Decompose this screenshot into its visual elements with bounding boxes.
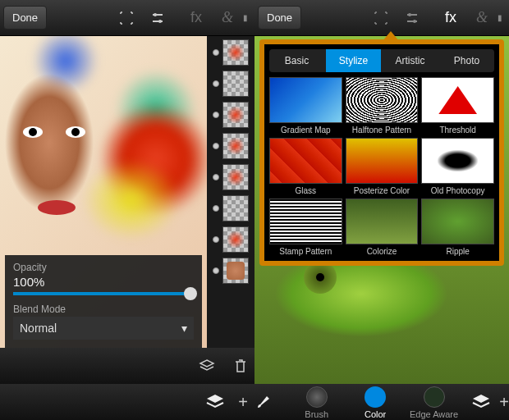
layers-icon[interactable]	[199, 358, 215, 373]
top-toolbar: Done fx & ▮	[0, 0, 254, 36]
slider-thumb[interactable]	[184, 287, 197, 300]
chevron-down-icon: ▾	[181, 322, 187, 335]
trash-icon[interactable]	[233, 358, 248, 374]
blend-mode-select[interactable]: Normal ▾	[13, 317, 194, 340]
adjustments-icon[interactable]	[149, 10, 181, 26]
layer-properties-panel: Opacity 100% Blend Mode Normal ▾	[5, 255, 202, 348]
battery-icon: ▮	[243, 13, 248, 22]
popup-arrow	[383, 31, 399, 41]
layer-item[interactable]	[213, 71, 249, 97]
opacity-value: 100%	[13, 275, 194, 289]
fx-tab-bar: Basic Stylize Artistic Photo	[269, 49, 494, 72]
layer-item[interactable]	[213, 258, 249, 284]
fx-stamp[interactable]: Stamp Pattern	[269, 199, 342, 256]
text-icon[interactable]: &	[212, 9, 243, 26]
battery-icon: ▮	[498, 13, 502, 22]
fx-ripple[interactable]: Ripple	[421, 199, 494, 256]
bottom-toolbar: Brush Color Edge Aware +	[254, 384, 509, 420]
layer-actions-bar	[0, 348, 254, 384]
layers-panel	[207, 36, 254, 348]
layer-item[interactable]	[213, 164, 249, 190]
add-layer-icon[interactable]: +	[238, 393, 248, 412]
layer-item[interactable]	[213, 226, 249, 253]
fx-halftone[interactable]: Halftone Pattern	[346, 77, 419, 135]
selection-icon[interactable]	[373, 10, 404, 26]
add-layer-icon[interactable]: +	[499, 393, 509, 412]
adjustments-icon[interactable]	[404, 10, 435, 26]
brush-mode-brush[interactable]: Brush	[287, 385, 346, 419]
fx-colorize[interactable]: Colorize	[346, 199, 419, 256]
layer-item[interactable]	[213, 39, 249, 66]
layers-toggle-icon[interactable]	[471, 393, 491, 411]
fx-grid: Gradient Map Halftone Pattern Threshold …	[269, 77, 494, 256]
fx-posterize[interactable]: Posterize Color	[346, 138, 419, 195]
blend-mode-value: Normal	[20, 322, 57, 335]
fx-icon[interactable]: fx	[435, 9, 466, 26]
done-button[interactable]: Done	[3, 6, 47, 30]
svg-point-1	[158, 20, 162, 23]
layer-item[interactable]	[213, 133, 249, 159]
opacity-slider[interactable]	[13, 292, 194, 295]
layer-item[interactable]	[213, 195, 249, 221]
svg-point-0	[154, 13, 157, 16]
brush-mode-color[interactable]: Color	[346, 385, 404, 419]
tab-photo[interactable]: Photo	[439, 49, 494, 72]
done-button[interactable]: Done	[258, 6, 301, 30]
layer-item[interactable]	[213, 102, 249, 128]
fx-icon[interactable]: fx	[181, 9, 212, 26]
layers-toggle-icon[interactable]	[205, 393, 225, 411]
tab-artistic[interactable]: Artistic	[383, 49, 438, 72]
brush-mode-edge-aware[interactable]: Edge Aware	[405, 385, 463, 419]
opacity-label: Opacity	[13, 262, 194, 273]
screen-fx: Done fx & ▮ Basic Stylize Artistic Photo…	[254, 0, 509, 420]
fx-old-photocopy[interactable]: Old Photocopy	[421, 138, 494, 195]
fx-popup: Basic Stylize Artistic Photo Gradient Ma…	[259, 39, 504, 266]
svg-point-2	[408, 13, 411, 16]
screen-layers: Done fx & ▮ Opacity 100% Blend Mode Norm…	[0, 0, 254, 420]
fx-threshold[interactable]: Threshold	[421, 77, 494, 135]
text-icon[interactable]: &	[466, 9, 498, 26]
bottom-toolbar: +	[0, 384, 254, 420]
fx-glass[interactable]: Glass	[269, 138, 342, 195]
paintbrush-icon[interactable]	[254, 393, 287, 411]
fx-gradient-map[interactable]: Gradient Map	[269, 77, 342, 135]
top-toolbar: Done fx & ▮	[254, 0, 509, 36]
selection-icon[interactable]	[118, 10, 149, 26]
svg-point-3	[413, 20, 416, 23]
tab-basic[interactable]: Basic	[269, 49, 324, 72]
tab-stylize[interactable]: Stylize	[326, 49, 381, 72]
blend-mode-label: Blend Mode	[13, 304, 194, 315]
